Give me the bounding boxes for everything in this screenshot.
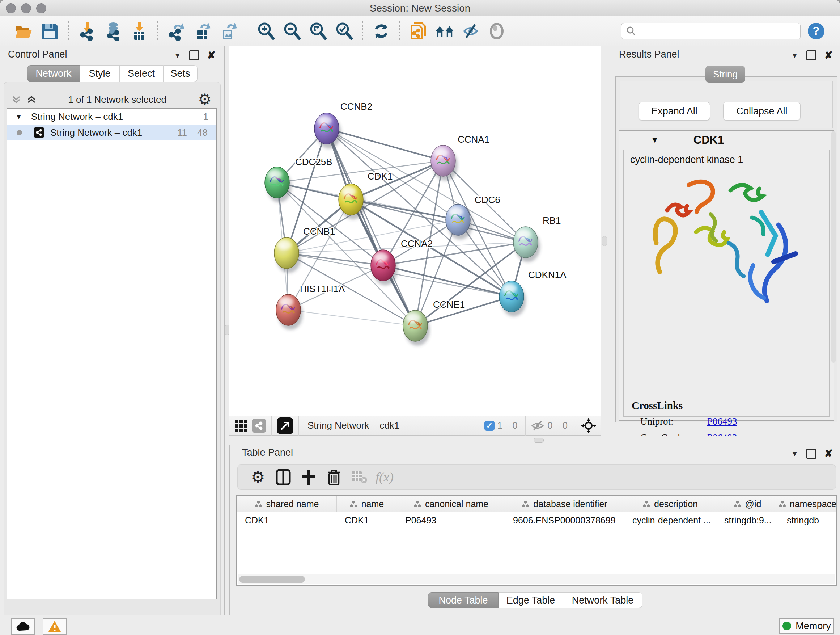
- horizontal-splitter[interactable]: [229, 435, 840, 445]
- import-table-file-icon[interactable]: [129, 21, 149, 41]
- refresh-view-icon[interactable]: [371, 21, 391, 41]
- edge-CCNB1-CCNA2[interactable]: [286, 253, 383, 265]
- column-header-label: name: [362, 499, 384, 509]
- collection-count: 1: [203, 111, 208, 122]
- results-scrollbar[interactable]: [831, 131, 836, 363]
- panel-float-icon[interactable]: [806, 50, 816, 60]
- node-CCNB1[interactable]: [274, 238, 301, 273]
- network-row-label: String Network – cdk1: [50, 127, 142, 138]
- new-network-from-selection-icon[interactable]: [409, 21, 428, 41]
- column-header-canonical-name[interactable]: canonical name: [397, 496, 505, 512]
- tab-style[interactable]: Style: [80, 65, 119, 82]
- node-CCNE1[interactable]: [403, 310, 430, 346]
- table-row[interactable]: CDK1CDK1P064939606.ENSP00000378699cyclin…: [237, 512, 836, 528]
- column-header-shared-name[interactable]: shared name: [237, 496, 337, 512]
- tab-node-table[interactable]: Node Table: [428, 592, 499, 608]
- column-hierarchy-icon: [643, 500, 651, 508]
- zoom-selected-icon[interactable]: [334, 21, 354, 41]
- node-table-header: shared namenamecanonical namedatabase id…: [237, 496, 836, 512]
- panel-close-icon[interactable]: ✘: [207, 51, 216, 59]
- expand-all-button[interactable]: Expand All: [638, 102, 710, 120]
- left-splitter[interactable]: [225, 46, 229, 445]
- column-header-name[interactable]: name: [337, 496, 397, 512]
- panel-menu-icon[interactable]: ▼: [791, 450, 798, 458]
- results-tab-string[interactable]: String: [706, 66, 745, 82]
- node-CCNA2[interactable]: [371, 250, 398, 285]
- export-table-icon[interactable]: [193, 21, 212, 41]
- crosslink-value-link[interactable]: P06493: [707, 416, 737, 427]
- function-builder-icon: f(x): [374, 468, 395, 486]
- delete-column-trash-icon[interactable]: [324, 468, 344, 486]
- memory-button[interactable]: Memory: [779, 618, 834, 634]
- import-network-file-icon[interactable]: [77, 21, 97, 41]
- collapse-all-networks-icon[interactable]: [27, 95, 36, 104]
- network-row[interactable]: String Network – cdk1 11 48: [7, 125, 216, 141]
- node-CDKN1A[interactable]: [499, 281, 526, 317]
- toolbar-separator: [362, 21, 363, 41]
- panel-float-icon[interactable]: [189, 50, 199, 60]
- save-session-icon[interactable]: [40, 21, 60, 41]
- import-network-database-icon[interactable]: [103, 21, 123, 41]
- table-cell: 9606.ENSP00000378699: [505, 512, 624, 528]
- panel-close-icon[interactable]: ✘: [824, 450, 833, 458]
- table-options-gear-icon[interactable]: ⚙: [248, 468, 268, 486]
- table-scrollbar-thumb[interactable]: [239, 576, 305, 583]
- first-neighbors-icon[interactable]: [435, 21, 454, 41]
- node-label-CDC25B: CDC25B: [295, 157, 332, 167]
- tab-network[interactable]: Network: [27, 65, 80, 82]
- selected-count-checkbox-icon[interactable]: ✓: [485, 421, 494, 431]
- panel-menu-icon[interactable]: ▼: [791, 51, 798, 60]
- expand-all-networks-icon[interactable]: [11, 95, 21, 104]
- panel-float-icon[interactable]: [806, 448, 816, 459]
- string-view-icon[interactable]: [252, 418, 266, 433]
- search-input[interactable]: [636, 26, 789, 36]
- tab-sets[interactable]: Sets: [163, 65, 197, 82]
- export-network-icon[interactable]: [167, 21, 186, 41]
- column-header-namespace[interactable]: namespace: [779, 496, 837, 512]
- zoom-out-icon[interactable]: [282, 21, 302, 41]
- node-HIST1H1A[interactable]: [276, 295, 303, 330]
- node-CCNB2[interactable]: [314, 113, 341, 149]
- tab-edge-table[interactable]: Edge Table: [499, 592, 563, 608]
- open-session-icon[interactable]: [14, 21, 34, 41]
- detach-view-icon[interactable]: [277, 417, 294, 434]
- panel-close-icon[interactable]: ✘: [824, 51, 833, 59]
- table-horizontal-scrollbar[interactable]: [238, 574, 835, 584]
- zoom-fit-content-icon[interactable]: [308, 21, 328, 41]
- hide-selected-icon[interactable]: [461, 21, 480, 41]
- network-canvas[interactable]: CCNB2CCNA1CDC25BCDK1CDC6RB1CCNB1CCNA2CDK…: [229, 46, 601, 416]
- network-options-gear-icon[interactable]: ⚙: [198, 92, 212, 107]
- help-icon[interactable]: ?: [806, 21, 826, 41]
- export-image-icon[interactable]: [219, 21, 238, 41]
- cloud-status-button[interactable]: [11, 618, 35, 635]
- gene-collapse-icon[interactable]: ▼: [651, 135, 659, 145]
- show-all-icon[interactable]: [487, 21, 507, 41]
- center-view-crosshair-icon[interactable]: [581, 418, 596, 433]
- edge-CCNB2-CCNE1[interactable]: [327, 128, 415, 326]
- collapse-all-button[interactable]: Collapse All: [723, 102, 801, 120]
- gene-card-header[interactable]: ▼ CDK1: [619, 131, 834, 149]
- left-splitter-handle[interactable]: [225, 325, 230, 335]
- create-column-icon[interactable]: [298, 468, 319, 486]
- network-collection-row[interactable]: ▼ String Network – cdk1 1: [7, 109, 216, 125]
- warning-status-button[interactable]: [43, 618, 66, 635]
- collection-expand-icon[interactable]: ▼: [15, 112, 22, 121]
- panel-menu-icon[interactable]: ▼: [174, 51, 181, 60]
- edge-CCNA2-CDKN1A[interactable]: [383, 265, 512, 296]
- column-header-database-identifier[interactable]: database identifier: [505, 496, 624, 512]
- column-header--id[interactable]: @id: [716, 496, 779, 512]
- column-header-description[interactable]: description: [624, 496, 716, 512]
- show-columns-icon[interactable]: [273, 468, 294, 486]
- right-splitter-handle[interactable]: [602, 236, 607, 246]
- toolbar-search-field[interactable]: [621, 23, 801, 40]
- node-label-CDC6: CDC6: [475, 195, 500, 205]
- node-RB1[interactable]: [513, 226, 540, 262]
- edge-HIST1H1A-CCNE1[interactable]: [288, 310, 415, 326]
- zoom-in-icon[interactable]: [256, 21, 276, 41]
- node-CDC25B[interactable]: [265, 167, 292, 203]
- right-splitter[interactable]: [601, 46, 608, 445]
- horizontal-splitter-handle[interactable]: [534, 438, 544, 443]
- tab-select[interactable]: Select: [119, 65, 163, 82]
- tab-network-table[interactable]: Network Table: [563, 592, 643, 608]
- birds-eye-grid-icon[interactable]: [234, 419, 248, 432]
